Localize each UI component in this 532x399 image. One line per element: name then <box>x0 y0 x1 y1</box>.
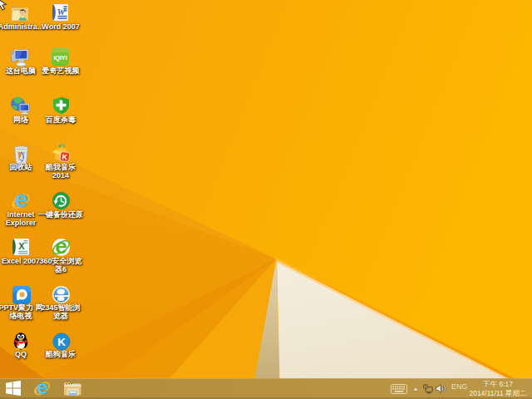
svg-text:e: e <box>37 380 48 397</box>
svg-text:K: K <box>57 336 66 348</box>
svg-text:iQIYI: iQIYI <box>53 54 66 62</box>
svg-text:e: e <box>15 191 28 210</box>
